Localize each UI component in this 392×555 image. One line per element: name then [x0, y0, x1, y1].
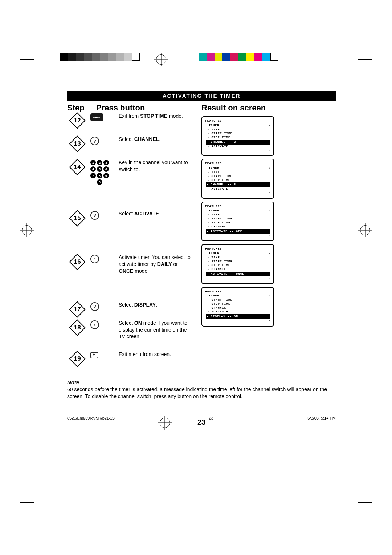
step-diamond: 13 [69, 135, 85, 152]
tv-exit-icon [90, 352, 98, 358]
footer-right: 6/3/03, 5:14 PM [307, 416, 336, 420]
step-diamond: 19 [69, 351, 85, 367]
footer-left: 8521/Eng/69R/79R/p21-23 [67, 416, 115, 420]
col-step: Step [67, 103, 96, 113]
grayscale-bars [60, 53, 140, 61]
color-bars [199, 53, 278, 61]
col-press: Press button [96, 103, 198, 113]
press-button-cell: ∨ [90, 210, 119, 220]
step-diamond: 18 [69, 319, 85, 336]
press-button-cell [90, 351, 119, 358]
right-arrow-icon: › [90, 320, 99, 329]
step-diamond: 17 [69, 301, 85, 317]
step-row: 19Exit menu from screen. [67, 351, 336, 365]
press-button-cell: ∨ [90, 136, 119, 145]
right-arrow-icon: › [90, 255, 99, 263]
osd-screen: FEATURESTIMER▴• TIME• START TIME• STOP T… [201, 202, 274, 241]
registration-mark [22, 225, 32, 235]
osd-screen: FEATURESTIMER▴• TIME• START TIME• STOP T… [201, 244, 274, 284]
step-description: Select ACTIVATE. [119, 210, 191, 217]
osd-screen: FEATURESTIMER▴• TIME• START TIME• STOP T… [201, 116, 274, 156]
down-arrow-icon: ∨ [90, 211, 99, 220]
manual-page: ACTIVATING THE TIMER Step Press button R… [67, 91, 336, 426]
step-diamond: 15 [69, 210, 85, 226]
press-button-cell: ∨ [90, 301, 119, 311]
registration-mark [156, 54, 166, 65]
menu-button-icon: MENU [90, 113, 103, 121]
crop-mark [20, 502, 34, 517]
note-body: 60 seconds before the timer is activated… [67, 386, 336, 400]
press-button-cell: MENU [90, 113, 119, 121]
crop-mark [20, 45, 34, 60]
press-button-cell: › [90, 320, 119, 329]
crop-mark [358, 502, 372, 517]
step-diamond: 14 [69, 159, 85, 175]
print-footer: 8521/Eng/69R/79R/p21-23 23 6/3/03, 5:14 … [67, 416, 336, 420]
section-title: ACTIVATING THE TIMER [67, 91, 336, 101]
step-description: Exit menu from screen. [119, 351, 191, 358]
footer-mid: 23 [209, 416, 213, 420]
step-description: Select DISPLAY. [119, 301, 191, 308]
step-description: Activate timer. You can select to activa… [119, 254, 191, 275]
down-arrow-icon: ∨ [90, 137, 99, 145]
press-button-cell: › [90, 254, 119, 263]
press-button-cell: 1234567890 [90, 159, 119, 185]
col-result: Result on screen [198, 103, 336, 113]
crop-mark [358, 45, 372, 60]
keypad-icon: 1234567890 [90, 160, 109, 185]
result-screens: FEATURESTIMER▴• TIME• START TIME• STOP T… [201, 116, 274, 329]
column-headers: Step Press button Result on screen [67, 103, 336, 113]
step-description: Select CHANNEL. [119, 136, 191, 143]
step-description: Select ON mode if you want to display th… [119, 320, 191, 340]
step-description: Exit from STOP TIME mode. [119, 113, 191, 119]
osd-screen: FEATURESTIMER▴• START TIME• STOP TIME• C… [201, 287, 274, 327]
step-diamond: 12 [69, 112, 85, 129]
osd-screen: FEATURESTIMER▴• TIME• START TIME• STOP T… [201, 159, 274, 198]
note-block: Note 60 seconds before the timer is acti… [67, 379, 336, 400]
registration-mark [360, 225, 370, 235]
note-heading: Note [67, 379, 336, 385]
down-arrow-icon: ∨ [90, 302, 99, 311]
step-diamond: 16 [69, 254, 85, 270]
step-description: Key in the channel you want to switch to… [119, 159, 191, 173]
